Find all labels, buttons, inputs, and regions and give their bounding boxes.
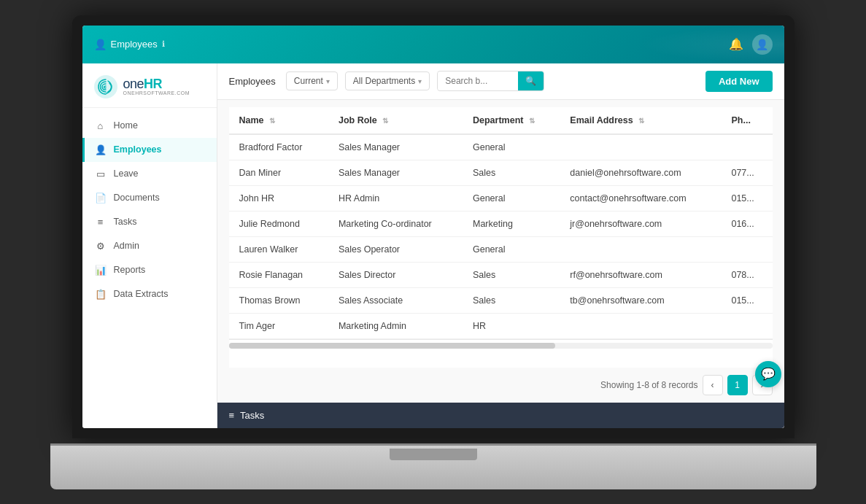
sort-icon-jobrole: ⇅	[382, 117, 388, 125]
sidebar-item-employees[interactable]: 👤 Employees	[82, 138, 217, 162]
cell-email: contact@onehrsoftware.com	[560, 185, 721, 211]
col-department[interactable]: Department ⇅	[463, 107, 560, 134]
sidebar-item-data-extracts[interactable]: 📋 Data Extracts	[82, 282, 217, 306]
tasks-bar-icon: ≡	[229, 410, 235, 421]
admin-icon: ⚙	[95, 241, 107, 252]
table-row[interactable]: Bradford Factor Sales Manager General	[229, 134, 773, 160]
scrollbar-area	[229, 339, 773, 352]
cell-name: Bradford Factor	[229, 134, 328, 160]
cell-job-role: Marketing Co-ordinator	[328, 211, 463, 236]
sidebar-item-leave[interactable]: ▭ Leave	[82, 162, 217, 186]
leave-icon: ▭	[95, 168, 107, 179]
topbar: 👤 Employees ℹ 🔔 👤	[82, 26, 784, 63]
cell-department: General	[463, 134, 560, 160]
scrollbar-thumb	[229, 343, 555, 349]
tasks-bar-label: Tasks	[240, 410, 264, 421]
cell-phone	[721, 134, 772, 160]
logo-tagline: onehrsoftware.com	[123, 90, 190, 96]
employees-table: Name ⇅ Job Role ⇅ Department ⇅ Email Add…	[229, 107, 773, 339]
cell-phone: 015...	[721, 185, 772, 211]
table-row[interactable]: Thomas Brown Sales Associate Sales tb@on…	[229, 287, 773, 313]
content-toolbar: Employees Current ▾ All Departments ▾	[217, 63, 784, 100]
search-button[interactable]: 🔍	[518, 71, 544, 90]
sidebar-item-reports[interactable]: 📊 Reports	[82, 258, 217, 282]
sidebar-item-tasks[interactable]: ≡ Tasks	[82, 210, 217, 234]
cell-department: Sales	[463, 287, 560, 313]
cell-name: Julie Redmond	[229, 211, 328, 236]
toolbar-label: Employees	[229, 76, 276, 87]
filter-departments-dropdown[interactable]: All Departments ▾	[345, 71, 430, 90]
sidebar-item-documents-label: Documents	[114, 193, 160, 203]
table-row[interactable]: Lauren Walker Sales Operator General	[229, 236, 773, 262]
col-name[interactable]: Name ⇅	[229, 107, 328, 134]
col-job-role[interactable]: Job Role ⇅	[328, 107, 463, 134]
col-email[interactable]: Email Address ⇅	[560, 107, 721, 134]
add-new-button[interactable]: Add New	[705, 71, 773, 92]
bell-icon[interactable]: 🔔	[729, 37, 743, 51]
cell-name: Tim Ager	[229, 313, 328, 338]
cell-phone	[721, 313, 772, 338]
cell-job-role: HR Admin	[328, 185, 463, 211]
pagination-bar: Showing 1-8 of 8 records ‹ 1 ›	[217, 368, 784, 403]
cell-email: jr@onehrsoftware.com	[560, 211, 721, 236]
sidebar-item-reports-label: Reports	[114, 265, 146, 275]
cell-email: tb@onehrsoftware.com	[560, 287, 721, 313]
chevron-down-icon: ▾	[326, 77, 330, 85]
filter-departments-label: All Departments	[353, 76, 415, 86]
topbar-title: 👤 Employees ℹ	[94, 39, 165, 50]
cell-job-role: Sales Director	[328, 262, 463, 287]
cell-department: Sales	[463, 262, 560, 287]
cell-email	[560, 134, 721, 160]
sidebar-item-home-label: Home	[114, 120, 138, 131]
sidebar-item-home[interactable]: ⌂ Home	[82, 114, 217, 138]
showing-text: Showing 1-8 of 8 records	[600, 380, 697, 390]
cell-name: Rosie Flanagan	[229, 262, 328, 287]
cell-department: General	[463, 185, 560, 211]
logo-icon	[93, 74, 119, 100]
employees-table-container: Name ⇅ Job Role ⇅ Department ⇅ Email Add…	[229, 107, 773, 368]
cell-job-role: Sales Manager	[328, 160, 463, 185]
sidebar-item-employees-label: Employees	[114, 144, 162, 155]
home-icon: ⌂	[95, 120, 107, 131]
sidebar-item-admin[interactable]: ⚙ Admin	[82, 234, 217, 258]
avatar[interactable]: 👤	[752, 34, 773, 55]
cell-department: General	[463, 236, 560, 262]
sidebar-item-documents[interactable]: 📄 Documents	[82, 186, 217, 210]
cell-phone: 078...	[721, 262, 772, 287]
sort-icon-email: ⇅	[638, 117, 644, 125]
cell-name: Lauren Walker	[229, 236, 328, 262]
prev-page-button[interactable]: ‹	[703, 375, 723, 395]
table-row[interactable]: John HR HR Admin General contact@onehrso…	[229, 185, 773, 211]
search-input[interactable]	[438, 72, 518, 90]
tasks-icon: ≡	[95, 217, 107, 228]
sidebar: oneHR onehrsoftware.com ⌂ Home	[82, 63, 217, 428]
table-row[interactable]: Rosie Flanagan Sales Director Sales rf@o…	[229, 262, 773, 287]
table-row[interactable]: Julie Redmond Marketing Co-ordinator Mar…	[229, 211, 773, 236]
table-header-row: Name ⇅ Job Role ⇅ Department ⇅ Email Add…	[229, 107, 773, 134]
logo-area: oneHR onehrsoftware.com	[82, 63, 217, 108]
cell-phone	[721, 236, 772, 262]
svg-point-0	[94, 75, 117, 98]
cell-department: Sales	[463, 160, 560, 185]
cell-phone: 077...	[721, 160, 772, 185]
logo-text: oneHR onehrsoftware.com	[123, 77, 190, 96]
col-phone[interactable]: Ph...	[721, 107, 772, 134]
cell-phone: 015...	[721, 287, 772, 313]
cell-department: Marketing	[463, 211, 560, 236]
table-row[interactable]: Tim Ager Marketing Admin HR	[229, 313, 773, 338]
tasks-bar[interactable]: ≡ Tasks	[217, 403, 784, 428]
person-icon: 👤	[94, 39, 107, 50]
cell-name: Dan Miner	[229, 160, 328, 185]
table-row[interactable]: Dan Miner Sales Manager Sales daniel@one…	[229, 160, 773, 185]
cell-job-role: Marketing Admin	[328, 313, 463, 338]
cell-job-role: Sales Associate	[328, 287, 463, 313]
page-1-button[interactable]: 1	[727, 375, 748, 395]
search-box: 🔍	[437, 71, 544, 91]
info-icon: ℹ	[162, 39, 165, 49]
filter-current-dropdown[interactable]: Current ▾	[286, 71, 338, 90]
cell-job-role: Sales Operator	[328, 236, 463, 262]
cell-name: Thomas Brown	[229, 287, 328, 313]
sort-icon-dept: ⇅	[529, 117, 535, 125]
cell-job-role: Sales Manager	[328, 134, 463, 160]
chat-bubble-button[interactable]: 💬	[755, 361, 781, 387]
